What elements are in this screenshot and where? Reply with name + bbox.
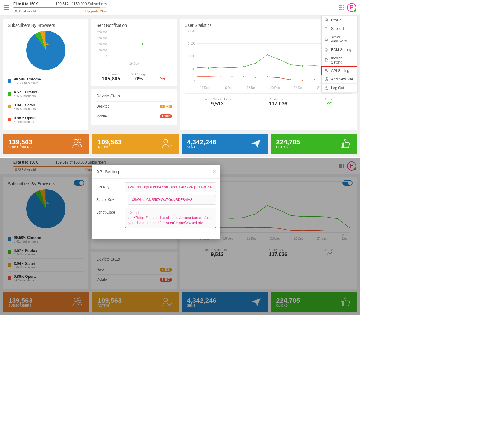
- notif-trend: Trend: [158, 72, 166, 82]
- api-key-label: API Key: [96, 182, 125, 192]
- svg-point-19: [314, 65, 315, 66]
- dropdown-invoice-setting[interactable]: Invoice Setting: [322, 54, 357, 67]
- avatar[interactable]: P: [347, 3, 356, 12]
- plan-block: Elite 0 to 150K 139,617 of 150,000 Subsc…: [13, 2, 107, 13]
- menu-icon[interactable]: [4, 5, 9, 10]
- us-yearly: Yearly Users117,036: [269, 97, 287, 107]
- notif-title: Sent Notification: [96, 23, 172, 28]
- trend-down-icon: [159, 76, 165, 80]
- tile-clicks[interactable]: 224,705CLICKS: [271, 134, 357, 154]
- notif-point: [142, 43, 143, 45]
- script-code-field[interactable]: <script src="https://cdn.pushassist.com/…: [125, 208, 216, 228]
- plan-name: Elite 0 to 150K: [13, 2, 38, 6]
- svg-point-32: [302, 80, 303, 81]
- card-notifications: Sent Notification 200,000 150,000 100,00…: [91, 19, 177, 86]
- api-setting-modal: API Setting × API Key GsGPxHcapDFeeo477a…: [92, 165, 220, 239]
- svg-point-11: [220, 67, 221, 68]
- device-mobile-row: Mobile 5,387: [96, 111, 172, 121]
- plan-available: 10,383 Available: [13, 9, 38, 13]
- svg-point-12: [231, 67, 233, 68]
- tile-active[interactable]: 109,563ACTIVE: [92, 134, 179, 154]
- device-title: Device Stats: [96, 93, 172, 98]
- browser-row: 0.88% Opera84 Subscribers: [8, 113, 84, 126]
- apps-icon[interactable]: [339, 5, 344, 10]
- svg-point-14: [255, 63, 256, 64]
- browser-row: 3.94% Safari375 Subscribers: [8, 100, 84, 113]
- svg-point-13: [243, 66, 244, 67]
- close-icon[interactable]: ×: [213, 168, 216, 175]
- browser-row: 4.57% Firefox435 Subscribers: [8, 87, 84, 100]
- svg-point-28: [255, 77, 256, 78]
- svg-point-0: [326, 19, 328, 20]
- modal-title: API Setting: [96, 169, 119, 174]
- svg-point-31: [290, 79, 291, 80]
- api-key-field[interactable]: GsGPxHcapDFeeo477aEReqF1j4tXZv4gknTw3EKR: [125, 182, 216, 192]
- svg-point-37: [74, 139, 78, 143]
- card-browsers: Subscribers By Browsers 90.58% Chrome8,6…: [3, 19, 88, 130]
- svg-point-9: [197, 67, 197, 68]
- secret-key-label: Secret Key: [96, 195, 128, 205]
- svg-point-17: [290, 64, 291, 65]
- svg-point-4: [325, 69, 327, 71]
- script-code-label: Script Code: [96, 208, 125, 228]
- svg-point-38: [78, 139, 81, 143]
- secret-key-field[interactable]: x3hOksdlCklS5t7vWaTGslvSDF8MV8: [128, 195, 216, 205]
- dropdown-log-out[interactable]: Log Out: [322, 83, 357, 92]
- sparkline: [62, 115, 84, 124]
- desktop-badge: 4,126: [160, 105, 172, 108]
- dropdown-support[interactable]: Support: [322, 24, 357, 33]
- svg-point-27: [243, 76, 244, 77]
- trend-up-icon: [326, 101, 332, 105]
- mobile-badge: 5,387: [160, 114, 172, 118]
- browsers-title: Subscribers By Browsers: [8, 23, 84, 28]
- color-swatch: [8, 79, 11, 83]
- svg-point-23: [197, 76, 197, 77]
- svg-point-39: [164, 139, 167, 143]
- svg-point-18: [302, 65, 303, 67]
- svg-point-15: [267, 54, 268, 55]
- sparkline: [62, 76, 84, 85]
- dropdown-profile[interactable]: Profile: [322, 16, 357, 24]
- plan-count: 139,617 of 150,000 Subscribers: [55, 2, 107, 6]
- svg-point-24: [208, 76, 209, 77]
- us-trend: Trend: [325, 97, 333, 107]
- dropdown-fcm-setting[interactable]: FCM Setting: [322, 45, 357, 54]
- svg-point-16: [278, 59, 280, 60]
- plan-progress: [13, 7, 107, 8]
- card-device: Device Stats Desktop 4,126 Mobile 5,387: [91, 89, 177, 125]
- color-swatch: [8, 92, 11, 96]
- dropdown-api-setting[interactable]: API Setting: [322, 67, 357, 75]
- thumbs-up-icon: [339, 137, 351, 151]
- device-desktop-row: Desktop 4,126: [96, 101, 172, 111]
- dropdown-add-new-site[interactable]: Add New Site: [322, 75, 357, 83]
- dropdown-reset-password[interactable]: Reset Password: [322, 33, 357, 45]
- notif-xlabel: 19 Dec: [96, 62, 172, 65]
- upgrade-link[interactable]: Upgrade Plan: [85, 9, 107, 13]
- tile-subscribers[interactable]: 139,563SUBSCRIBERS: [3, 134, 89, 154]
- color-swatch: [8, 118, 11, 121]
- svg-point-25: [220, 76, 221, 77]
- pie-chart: [26, 31, 65, 70]
- svg-point-30: [278, 77, 280, 78]
- svg-point-33: [314, 79, 315, 80]
- send-icon: [249, 137, 262, 151]
- us-two-week: Last 2 Week Users9,513: [203, 97, 231, 107]
- profile-dropdown: ProfileSupportReset PasswordFCM SettingI…: [321, 16, 357, 92]
- svg-point-10: [208, 67, 209, 69]
- sparkline: [62, 102, 84, 111]
- user-check-icon: [160, 137, 173, 151]
- users-icon: [71, 137, 84, 151]
- notif-plot: 200,000 150,000 100,000 50,000 0: [96, 31, 172, 61]
- svg-rect-2: [325, 39, 328, 40]
- sparkline: [62, 89, 84, 98]
- notif-prev: Previous 105,805: [102, 72, 120, 82]
- svg-point-29: [267, 76, 268, 77]
- svg-point-26: [231, 76, 233, 77]
- browser-row: 90.58% Chrome8,617 Subscribers: [8, 74, 84, 87]
- svg-point-3: [326, 49, 327, 50]
- tile-sent[interactable]: 4,342,246SENT: [182, 134, 268, 154]
- notif-change: % Change 0%: [131, 72, 147, 82]
- color-swatch: [8, 105, 11, 108]
